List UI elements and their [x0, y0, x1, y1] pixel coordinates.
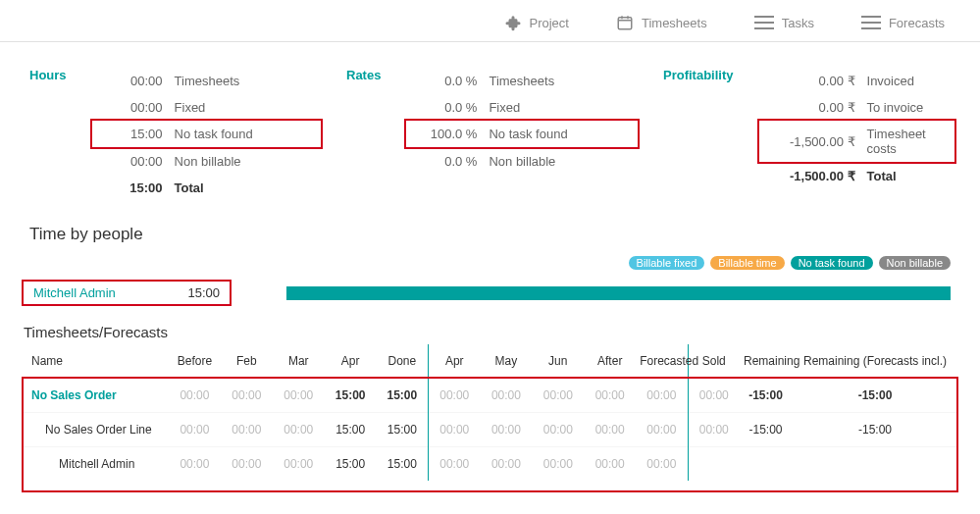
nav-forecasts[interactable]: Forecasts — [861, 16, 945, 30]
rates-column: Rates 0.0 % Timesheets 0.0 % Fixed 100.0… — [346, 68, 634, 201]
table-row[interactable]: No Sales Order 00:00 00:00 00:00 15:00 1… — [22, 379, 958, 413]
person-cell[interactable]: Mitchell Admin 15:00 — [22, 280, 232, 306]
legend-billable-time: Billable time — [710, 256, 784, 270]
hours-nonbill-lbl: Non billable — [175, 154, 241, 169]
nav-project-label: Project — [530, 16, 569, 30]
profitability-header: Profitability — [663, 68, 734, 185]
hours-column: Hours 00:00 Timesheets 00:00 Fixed 15:00… — [29, 68, 317, 201]
person-name: Mitchell Admin — [33, 285, 116, 300]
prof-toinvoice-lbl: To invoice — [867, 100, 924, 115]
hours-timesheets-row: 00:00 Timesheets — [96, 68, 317, 94]
prof-total-val: -1,500.00 ₹ — [767, 169, 855, 183]
prof-invoiced-val: 0.00 ₹ — [767, 74, 855, 88]
col-forecasted: Forecasted — [636, 344, 688, 379]
col-remaining-fc: Remaining (Forecasts incl.) — [792, 344, 958, 379]
legend-billable-fixed: Billable fixed — [629, 256, 705, 270]
hours-total-row: 15:00 Total — [96, 175, 317, 201]
rates-fixed-lbl: Fixed — [489, 100, 520, 115]
prof-tscosts-lbl: Timesheet costs — [867, 127, 947, 156]
list-icon — [754, 16, 774, 29]
time-by-people-section: Billable fixed Billable time No task fou… — [0, 250, 980, 318]
timesheets-table-title: Timesheets/Forecasts — [22, 318, 958, 344]
col-apr2: Apr — [429, 344, 481, 379]
row-name: No Sales Order Line — [22, 413, 169, 447]
time-by-people-row: Mitchell Admin 15:00 — [22, 280, 951, 306]
hours-header: Hours — [29, 68, 67, 197]
summary-section: Hours 00:00 Timesheets 00:00 Fixed 15:00… — [0, 42, 980, 211]
timesheets-table-wrap: Timesheets/Forecasts Name Before Feb Mar… — [0, 318, 980, 500]
rates-fixed-row: 0.0 % Fixed — [410, 94, 634, 121]
rates-notask-lbl: No task found — [489, 127, 567, 141]
puzzle-icon — [504, 14, 522, 31]
rates-nonbill-val: 0.0 % — [414, 154, 477, 169]
nav-project[interactable]: Project — [504, 14, 569, 31]
rates-nonbill-lbl: Non billable — [489, 154, 555, 169]
hours-nonbill-row: 00:00 Non billable — [96, 147, 317, 175]
rates-timesheets-val: 0.0 % — [414, 74, 477, 88]
prof-tscosts-val: -1,500.00 ₹ — [767, 134, 855, 149]
col-mar: Mar — [273, 344, 325, 379]
hours-fixed-val: 00:00 — [100, 100, 163, 115]
prof-toinvoice-row: 0.00 ₹ To invoice — [763, 94, 951, 121]
calendar-icon — [616, 14, 634, 31]
nav-forecasts-label: Forecasts — [889, 16, 945, 30]
nav-tasks-label: Tasks — [782, 16, 814, 30]
col-done: Done — [377, 344, 429, 379]
svg-rect-0 — [618, 18, 632, 29]
time-by-people-title: Time by people — [0, 211, 980, 250]
timesheets-table: Name Before Feb Mar Apr Done Apr May Jun… — [22, 344, 958, 481]
hours-notask-lbl: No task found — [175, 127, 253, 141]
rates-notask-row: 100.0 % No task found — [410, 121, 634, 147]
prof-total-lbl: Total — [867, 169, 897, 183]
hours-notask-row: 15:00 No task found — [96, 121, 317, 147]
table-header-row: Name Before Feb Mar Apr Done Apr May Jun… — [22, 344, 958, 379]
hours-timesheets-lbl: Timesheets — [175, 74, 240, 88]
table-row[interactable]: Mitchell Admin 00:00 00:00 00:00 15:00 1… — [22, 447, 958, 482]
top-nav: Project Timesheets Tasks Forecasts — [0, 0, 980, 42]
prof-invoiced-lbl: Invoiced — [867, 74, 914, 88]
legend: Billable fixed Billable time No task fou… — [22, 256, 951, 270]
hours-fixed-lbl: Fixed — [175, 100, 206, 115]
col-feb: Feb — [221, 344, 273, 379]
col-jun: Jun — [532, 344, 584, 379]
prof-toinvoice-val: 0.00 ₹ — [767, 100, 855, 115]
prof-tscosts-row: -1,500.00 ₹ Timesheet costs — [763, 121, 951, 162]
rates-timesheets-lbl: Timesheets — [489, 74, 554, 88]
prof-total-row: -1,500.00 ₹ Total — [763, 162, 951, 189]
rates-fixed-val: 0.0 % — [414, 100, 477, 115]
profitability-column: Profitability 0.00 ₹ Invoiced 0.00 ₹ To … — [663, 68, 951, 201]
hours-total-lbl: Total — [175, 180, 204, 195]
hours-total-val: 15:00 — [100, 180, 163, 195]
nav-timesheets[interactable]: Timesheets — [616, 14, 707, 31]
hours-timesheets-val: 00:00 — [100, 74, 163, 88]
col-remaining: Remaining — [740, 344, 792, 379]
table-row[interactable]: No Sales Order Line 00:00 00:00 00:00 15… — [22, 413, 958, 447]
rates-timesheets-row: 0.0 % Timesheets — [410, 68, 634, 94]
legend-non-billable: Non billable — [879, 256, 951, 270]
hours-nonbill-val: 00:00 — [100, 154, 163, 169]
person-hours: 15:00 — [187, 285, 220, 300]
row-name: No Sales Order — [22, 379, 169, 413]
legend-no-task: No task found — [791, 256, 873, 270]
rates-nonbill-row: 0.0 % Non billable — [410, 147, 634, 175]
hours-notask-val: 15:00 — [100, 127, 163, 141]
forecast-icon — [861, 16, 881, 29]
row-name: Mitchell Admin — [22, 447, 169, 482]
person-bar — [286, 286, 951, 300]
hours-fixed-row: 00:00 Fixed — [96, 94, 317, 121]
col-name: Name — [22, 344, 169, 379]
rates-notask-val: 100.0 % — [414, 127, 477, 141]
rates-header: Rates — [346, 68, 381, 171]
nav-timesheets-label: Timesheets — [642, 16, 707, 30]
prof-invoiced-row: 0.00 ₹ Invoiced — [763, 68, 951, 94]
col-before: Before — [169, 344, 221, 379]
col-after: After — [584, 344, 636, 379]
col-may: May — [480, 344, 532, 379]
nav-tasks[interactable]: Tasks — [754, 16, 814, 30]
col-apr: Apr — [325, 344, 377, 379]
